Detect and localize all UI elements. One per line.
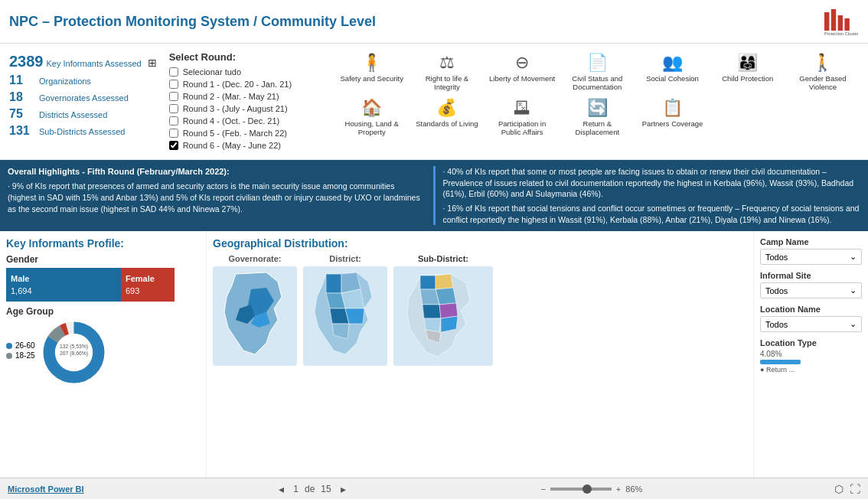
round-option-6[interactable]: Round 6 - (May - June 22) [169, 139, 324, 152]
highlights-right-text2: · 16% of KIs report that social tensions… [443, 203, 861, 225]
age-dot-2660 [6, 343, 12, 349]
highlights-right-text1: · 40% of KIs report that some or most pe… [443, 166, 861, 200]
svg-rect-0 [824, 12, 829, 31]
category-icon-liberty: ⊖ [515, 53, 529, 73]
informal-site-filter: Informal Site Todos ⌄ [760, 271, 862, 298]
category-label-return: Return & Displacement [563, 119, 631, 137]
governorate-map[interactable] [213, 266, 297, 366]
round-option-label-3: Round 3 - (July - August 21) [183, 104, 288, 113]
bottom-section: Key Informants Profile: Gender Male 1,69… [0, 231, 868, 478]
location-name-filter: Location Name Todos ⌄ [760, 305, 862, 332]
logo-container: Protection Cluster Iraq [821, 6, 859, 37]
fullscreen-icon[interactable]: ⛶ [850, 483, 860, 495]
category-social-cohesion[interactable]: 👥Social Cohesion [636, 51, 708, 93]
header: NPC – Protection Monitoring System / Com… [0, 0, 868, 44]
prev-page-button[interactable]: ◂ [276, 483, 287, 495]
informal-site-value: Todos [765, 286, 788, 295]
round-option-label-1: Round 1 - (Dec. 20 - Jan. 21) [183, 80, 292, 89]
filter-icon[interactable]: ⊞ [148, 57, 157, 69]
svg-text:Protection Cluster: Protection Cluster [824, 31, 859, 36]
key-informants-stat: 2389 Key Informants Assessed ⊞ [9, 51, 157, 72]
informal-site-select[interactable]: Todos ⌄ [760, 282, 862, 298]
round-option-2[interactable]: Round 2 - (Mar. - May 21) [169, 90, 324, 103]
category-civil-status[interactable]: 📄Civil Status and Documentation [561, 51, 633, 93]
round-option-0[interactable]: Selecionar tudo [169, 66, 324, 78]
stats-panel: 2389 Key Informants Assessed ⊞ 11 Organi… [6, 48, 160, 155]
governorate-map-container: Governorate: [213, 254, 297, 469]
categories-grid: 🧍Safety and Security⚖Right to life & Int… [336, 51, 859, 139]
organizations-label[interactable]: Organizations [39, 77, 91, 86]
profile-title: Key Informants Profile: [6, 237, 200, 250]
age-dot-1825 [6, 353, 12, 359]
category-icon-right-to-life: ⚖ [439, 53, 455, 73]
category-liberty[interactable]: ⊖Liberty of Movement [486, 51, 558, 93]
category-label-liberty: Liberty of Movement [489, 74, 555, 83]
category-icon-partners: 📋 [662, 98, 683, 118]
geo-panel: Geographical Distribution: Governorate: [207, 231, 753, 478]
female-value: 693 [126, 286, 170, 295]
round-option-label-0: Selecionar tudo [183, 67, 241, 77]
key-informants-label[interactable]: Key Informants Assessed [47, 59, 142, 68]
category-label-social-cohesion: Social Cohesion [646, 74, 699, 83]
zoom-slider[interactable] [550, 488, 612, 491]
page-current: 1 [293, 484, 299, 494]
round-options: Selecionar tudoRound 1 - (Dec. 20 - Jan.… [169, 66, 324, 152]
location-name-label: Location Name [760, 305, 862, 314]
category-participation[interactable]: 🗳Participation in Public Affairs [486, 96, 558, 139]
next-page-button[interactable]: ▸ [338, 483, 349, 495]
round-option-label-4: Round 4 - (Oct. - Dec. 21) [183, 116, 280, 126]
category-partners[interactable]: 📋Partners Coverage [636, 96, 708, 139]
sub-districts-number: 131 [9, 124, 36, 138]
filters-panel: Camp Name Todos ⌄ Informal Site Todos ⌄ … [753, 231, 868, 478]
category-icon-social-cohesion: 👥 [662, 53, 683, 73]
sub-districts-label[interactable]: Sub-Districts Assessed [39, 127, 125, 136]
zoom-handle[interactable] [582, 484, 592, 494]
category-standards-living[interactable]: 💰Standards of Living [411, 96, 483, 139]
sub-district-map[interactable] [393, 266, 493, 366]
category-right-to-life[interactable]: ⚖Right to life & Integrity [411, 51, 483, 93]
category-return[interactable]: 🔄Return & Displacement [561, 96, 633, 139]
zoom-plus[interactable]: + [616, 484, 621, 494]
category-icon-participation: 🗳 [514, 98, 530, 118]
category-safety[interactable]: 🧍Safety and Security [336, 51, 408, 93]
powerbi-link[interactable]: Microsoft Power BI [8, 484, 84, 494]
category-child-protection[interactable]: 👨‍👩‍👧Child Protection [712, 51, 784, 93]
districts-stat: 75 Districts Assessed [9, 106, 157, 122]
key-informants-number: 2389 [9, 53, 44, 70]
female-label: Female [126, 274, 170, 283]
round-option-5[interactable]: Round 5 - (Feb. - March 22) [169, 127, 324, 139]
page-total: 15 [321, 484, 331, 494]
category-label-civil-status: Civil Status and Documentation [563, 74, 631, 92]
category-label-gbv: Gender Based Violence [788, 74, 857, 92]
round-option-4[interactable]: Round 4 - (Oct. - Dec. 21) [169, 115, 324, 127]
location-name-chevron: ⌄ [850, 319, 857, 329]
districts-label[interactable]: Districts Assessed [39, 110, 107, 119]
category-icon-civil-status: 📄 [587, 53, 608, 73]
location-type-section: Location Type 4.08% ● Return ... [760, 338, 862, 373]
districts-number: 75 [9, 107, 36, 121]
iraq-governorate-svg [213, 266, 297, 366]
svg-rect-3 [844, 18, 849, 31]
round-option-label-2: Round 2 - (Mar. - May 21) [183, 92, 279, 101]
category-label-safety: Safety and Security [341, 74, 403, 83]
camp-name-select[interactable]: Todos ⌄ [760, 249, 862, 265]
geo-title: Geographical Distribution: [213, 237, 747, 250]
male-label: Male [11, 274, 116, 283]
round-option-3[interactable]: Round 3 - (July - August 21) [169, 103, 324, 115]
share-icon[interactable]: ⬡ [834, 483, 844, 495]
category-gbv[interactable]: 🚶Gender Based Violence [787, 51, 859, 93]
round-option-1[interactable]: Round 1 - (Dec. 20 - Jan. 21) [169, 78, 324, 90]
zoom-minus[interactable]: − [540, 484, 545, 494]
page-separator: de [305, 484, 315, 494]
category-label-partners: Partners Coverage [642, 119, 703, 128]
organizations-stat: 11 Organizations [9, 72, 157, 89]
category-housing[interactable]: 🏠Housing, Land & Property [336, 96, 408, 139]
governorates-label[interactable]: Governorates Assessed [39, 93, 129, 103]
district-map[interactable] [303, 266, 387, 366]
district-label: District: [329, 254, 361, 263]
age-label-2660: 26-60 [15, 341, 35, 350]
location-bar-1 [760, 360, 801, 364]
location-name-select[interactable]: Todos ⌄ [760, 316, 862, 332]
age-chart-container: 26-60 18-25 [6, 320, 200, 381]
location-type-value1: 4.08% [760, 350, 862, 358]
